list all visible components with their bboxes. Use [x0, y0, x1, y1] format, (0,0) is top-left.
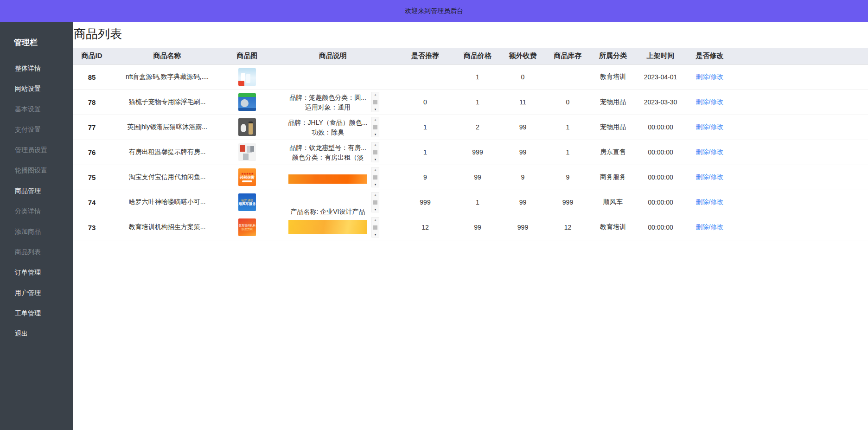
cell-shelf-time: 00:00:00 [636, 165, 685, 190]
cell-product-image [224, 115, 270, 140]
cell-product-description: 品牌：JHLY（食品）颜色...功效：除臭▲▼ [270, 115, 396, 140]
cell-price: 999 [455, 140, 500, 165]
cell-product-description: ▲▼ [270, 165, 396, 190]
table-row: 75淘宝支付宝信用代拍闲鱼...★★★★★邦邦信誉▲▼99999商务服务00:0… [73, 165, 868, 190]
delete-edit-link[interactable]: 删除/修改 [696, 173, 724, 180]
cell-category: 商务服务 [590, 165, 636, 190]
cell-extra-fee: 9 [500, 165, 545, 190]
scrollbar-thumb[interactable] [373, 200, 377, 205]
cell-stock: 9 [545, 165, 590, 190]
cell-stock: 1 [545, 115, 590, 140]
cell-stock: 1 [545, 140, 590, 165]
column-header: 商品库存 [545, 48, 590, 64]
cell-category: 宠物用品 [590, 90, 636, 115]
cell-filler [734, 115, 868, 140]
delete-edit-link[interactable]: 删除/修改 [696, 198, 724, 205]
description-banner-image [288, 220, 367, 234]
product-image-text: 教育培训机构 [239, 224, 255, 227]
scroll-down-icon[interactable]: ▼ [374, 108, 377, 111]
description-scrollbar[interactable]: ▲▼ [371, 117, 379, 137]
sidebar-item[interactable]: 商品列表 [0, 242, 73, 262]
sidebar-item[interactable]: 退出 [0, 323, 73, 344]
table-row: 77英国jhly银渐层猫咪沐浴露...品牌：JHLY（食品）颜色...功效：除臭… [73, 115, 868, 140]
product-image [238, 143, 256, 161]
cell-extra-fee: 0 [500, 64, 545, 90]
sidebar-item[interactable]: 轮播图设置 [0, 160, 73, 180]
scroll-up-icon[interactable]: ▲ [374, 168, 377, 171]
scroll-down-icon[interactable]: ▼ [374, 158, 377, 161]
scroll-up-icon[interactable]: ▲ [374, 118, 377, 121]
product-image-text: 招生方案 [242, 227, 253, 231]
scroll-up-icon[interactable]: ▲ [374, 93, 377, 96]
cell-filler [734, 90, 868, 115]
cell-product-image: ★★★★★邦邦信誉 [224, 165, 270, 190]
cell-shelf-time: 00:00:00 [636, 215, 685, 240]
cell-price: 99 [455, 215, 500, 240]
cell-extra-fee: 11 [500, 90, 545, 115]
delete-edit-link[interactable]: 删除/修改 [696, 223, 724, 231]
scroll-down-icon[interactable]: ▼ [374, 133, 377, 136]
cell-product-image [224, 64, 270, 90]
description-textarea[interactable]: 品牌：钦龙惠型号：有房...颜色分类：有房出租（淡 [287, 143, 369, 161]
scroll-down-icon[interactable]: ▼ [374, 208, 377, 211]
delete-edit-link[interactable]: 删除/修改 [696, 73, 724, 80]
scrollbar-thumb[interactable] [373, 150, 377, 154]
cell-actions: 删除/修改 [685, 64, 734, 90]
description-textarea[interactable] [287, 168, 369, 186]
sidebar-item[interactable]: 用户管理 [0, 282, 73, 303]
scroll-down-icon[interactable]: ▼ [374, 233, 377, 236]
scroll-up-icon[interactable]: ▲ [374, 218, 377, 221]
cell-product-image [224, 140, 270, 165]
cell-category: 教育培训 [590, 64, 636, 90]
cell-product-description: 品牌：钦龙惠型号：有房...颜色分类：有房出租（淡▲▼ [270, 140, 396, 165]
scrollbar-thumb[interactable] [373, 100, 377, 104]
scroll-up-icon[interactable]: ▲ [374, 193, 377, 196]
scrollbar-thumb[interactable] [373, 225, 377, 230]
description-line: 颜色分类：有房出租（淡 [287, 153, 369, 161]
scrollbar-thumb[interactable] [373, 175, 377, 180]
sidebar-item[interactable]: 商品管理 [0, 180, 73, 201]
column-header: 商品价格 [455, 48, 500, 64]
description-line: 品牌：笼趣颜色分类：圆... [287, 93, 369, 103]
cell-stock: 12 [545, 215, 590, 240]
cell-product-name: 猫梳子宠物专用除浮毛刷... [110, 90, 224, 115]
delete-edit-link[interactable]: 删除/修改 [696, 123, 724, 130]
sidebar-item[interactable]: 网站设置 [0, 78, 73, 99]
scroll-down-icon[interactable]: ▼ [374, 183, 377, 186]
table-row: 73教育培训机构招生方案策...教育培训机构招生方案▲▼129999912教育培… [73, 215, 868, 240]
column-header: 额外收费 [500, 48, 545, 64]
description-scrollbar[interactable]: ▲▼ [371, 142, 379, 162]
delete-edit-link[interactable]: 删除/修改 [696, 148, 724, 155]
description-scrollbar[interactable]: ▲▼ [371, 167, 379, 187]
description-scrollbar[interactable]: ▲▼ [371, 217, 379, 237]
column-header: 商品图 [224, 48, 270, 64]
sidebar-item[interactable]: 分类详情 [0, 201, 73, 221]
cell-product-id: 78 [73, 90, 110, 115]
description-textarea[interactable]: 产品名称: 企业VI设计产品 [287, 195, 369, 217]
sidebar-item[interactable]: 订单管理 [0, 262, 73, 282]
column-header: 上架时间 [636, 48, 685, 64]
scroll-up-icon[interactable]: ▲ [374, 143, 377, 146]
sidebar-item[interactable]: 支付设置 [0, 119, 73, 140]
cell-product-image: 哈罗 滴答顺风车服务 [224, 190, 270, 215]
description-scrollbar[interactable]: ▲▼ [371, 92, 379, 112]
description-scrollbar[interactable]: ▲▼ [371, 192, 379, 212]
cell-product-name: 英国jhly银渐层猫咪沐浴露... [110, 115, 224, 140]
cell-product-description [270, 64, 396, 90]
description-textarea[interactable]: 品牌：JHLY（食品）颜色...功效：除臭 [287, 118, 369, 136]
cell-actions: 删除/修改 [685, 190, 734, 215]
sidebar-item[interactable]: 基本设置 [0, 99, 73, 119]
sidebar-item[interactable]: 管理员设置 [0, 140, 73, 160]
cell-recommend [396, 64, 455, 90]
scrollbar-thumb[interactable] [373, 125, 377, 129]
cell-category: 顺风车 [590, 190, 636, 215]
sidebar-item[interactable]: 工单管理 [0, 303, 73, 323]
cell-filler [734, 64, 868, 90]
sidebar-item[interactable]: 添加商品 [0, 221, 73, 242]
sidebar-item[interactable]: 整体详情 [0, 58, 73, 78]
description-textarea[interactable]: 品牌：笼趣颜色分类：圆...适用对象：通用 [287, 93, 369, 111]
description-textarea[interactable] [287, 218, 369, 237]
cell-filler [734, 190, 868, 215]
cell-shelf-time: 00:00:00 [636, 140, 685, 165]
delete-edit-link[interactable]: 删除/修改 [696, 98, 724, 105]
